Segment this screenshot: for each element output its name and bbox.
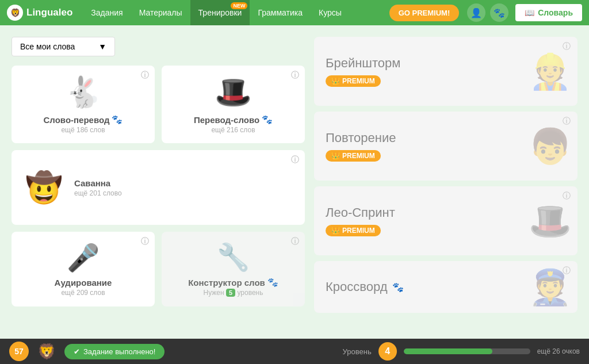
nav-materialy[interactable]: Материалы (131, 0, 190, 25)
premium-badge-povtorenie: 👑 PREMIUM (326, 150, 381, 162)
right-card-breinshtorm[interactable]: ⓘ Брейншторм 👑 PREMIUM 👷 (314, 37, 577, 106)
illus-krossvord: 👮 (529, 267, 572, 308)
illus-breinshtorm: 👷 (529, 51, 572, 92)
card-subtitle-perevod-slovo: ещё 216 слов (211, 126, 255, 134)
info-icon[interactable]: ⓘ (291, 70, 299, 81)
level-label: Уровень (343, 347, 372, 356)
info-icon[interactable]: ⓘ (291, 155, 299, 165)
card-info-col-savanna: Саванна ещё 201 слово (74, 178, 122, 197)
current-level-circle: 4 (378, 342, 397, 361)
card-title-perevod-slovo: Перевод-слово 🐾 (194, 114, 273, 125)
right-card-krossvord[interactable]: ⓘ Кроссворд 🐾 👮 (314, 261, 577, 313)
go-premium-button[interactable]: GO PREMIUM! (389, 5, 460, 21)
nav-new-badge: NEW (231, 2, 247, 9)
card-title-slovo-perevod: Слово-перевод 🐾 (44, 114, 123, 125)
info-icon[interactable]: ⓘ (563, 116, 571, 127)
crown-icon: 👑 (331, 152, 340, 160)
card-subtitle-audirovanie: ещё 209 слов (61, 289, 105, 297)
card-slovo-perevod[interactable]: ⓘ 🐇 Слово-перевод 🐾 ещё 186 слов (12, 66, 155, 143)
checkmark-icon: ✔ (74, 347, 80, 356)
info-icon[interactable]: ⓘ (563, 191, 571, 201)
main-content: Все мои слова ▼ ⓘ 🐇 Слово-перевод 🐾 ещё … (0, 25, 589, 339)
progress-bar-fill (404, 348, 492, 354)
level-badge: 5 (226, 289, 235, 297)
paw-icon: 🐾 (267, 277, 278, 288)
info-icon[interactable]: ⓘ (291, 236, 299, 247)
card-title-audirovanie: Аудирование (55, 278, 112, 288)
card-icon-mic: 🎤 (67, 242, 100, 273)
card-perevod-slovo[interactable]: ⓘ 🎩 Перевод-слово 🐾 ещё 216 слов (162, 66, 305, 143)
nav-trenirovki[interactable]: Тренировки NEW (190, 0, 250, 25)
left-panel: Все мои слова ▼ ⓘ 🐇 Слово-перевод 🐾 ещё … (12, 37, 305, 327)
crown-icon: 👑 (331, 227, 340, 235)
right-card-povtorenie[interactable]: ⓘ Повторение 👑 PREMIUM 👦 (314, 112, 577, 181)
card-subtitle-slovo-perevod: ещё 186 слов (61, 126, 105, 134)
premium-badge-leo-sprint: 👑 PREMIUM (326, 225, 381, 236)
card-konstruktor[interactable]: ⓘ 🔧 Конструктор слов 🐾 Нужен 5 уровень (162, 232, 305, 306)
logo-text: Lingualeo (26, 7, 72, 18)
bottom-bar: 57 🦁 ✔ Задание выполнено! Уровень 4 ещё … (0, 339, 589, 364)
card-subtitle-savanna: ещё 201 слово (74, 189, 122, 197)
card-icon-hat: 🎩 (215, 75, 252, 110)
paw-icon: 🐾 (262, 114, 273, 125)
logo-icon: 🦁 (7, 5, 23, 21)
card-title-konstruktor: Конструктор слов 🐾 (188, 277, 278, 288)
crown-icon: 👑 (331, 77, 340, 85)
user-level-avatar: 57 (9, 342, 29, 361)
card-icon-konstruktor: 🔧 (217, 242, 250, 273)
slovar-button[interactable]: 📖 Словарь (515, 4, 582, 21)
card-savanna[interactable]: ⓘ 🤠 Саванна ещё 201 слово (12, 150, 305, 225)
nav-grammatika[interactable]: Грамматика (250, 0, 311, 25)
info-icon[interactable]: ⓘ (563, 41, 571, 52)
filter-select[interactable]: Все мои слова ▼ (12, 37, 115, 56)
right-card-title-krossvord: Кроссворд (326, 279, 388, 294)
user-icon-button[interactable]: 👤 (467, 3, 485, 22)
navbar: 🦁 Lingualeo Задания Материалы Тренировки… (0, 0, 589, 25)
premium-badge-breinshtorm: 👑 PREMIUM (326, 75, 381, 87)
card-icon-rabbit: 🐇 (64, 75, 102, 110)
card-icon-cowboy: 🤠 (25, 170, 63, 205)
info-icon[interactable]: ⓘ (141, 70, 149, 81)
card-subtitle-konstruktor: Нужен 5 уровень (204, 289, 263, 297)
paw-icon-button[interactable]: 🐾 (490, 3, 508, 22)
cards-grid: ⓘ 🐇 Слово-перевод 🐾 ещё 186 слов ⓘ 🎩 Пер… (12, 66, 305, 306)
nav-kursy[interactable]: Курсы (311, 0, 350, 25)
illus-leo-sprint: 🎩 (529, 201, 572, 242)
task-done-badge: ✔ Задание выполнено! (64, 344, 165, 359)
paw-icon: 🐾 (392, 282, 404, 293)
illus-povtorenie: 👦 (529, 126, 572, 167)
chevron-down-icon: ▼ (98, 42, 106, 51)
nav-zadaniya[interactable]: Задания (83, 0, 131, 25)
right-card-leo-sprint[interactable]: ⓘ Лео-Спринт 👑 PREMIUM 🎩 (314, 186, 577, 255)
paw-icon: 🐾 (112, 114, 123, 125)
filter-row: Все мои слова ▼ (12, 37, 305, 56)
logo[interactable]: 🦁 Lingualeo (7, 5, 72, 21)
book-icon: 📖 (525, 8, 534, 17)
xp-label: ещё 26 очков (537, 347, 580, 355)
card-audirovanie[interactable]: ⓘ 🎤 Аудирование ещё 209 слов (12, 232, 155, 306)
right-panel: ⓘ Брейншторм 👑 PREMIUM 👷 ⓘ Повторение 👑 … (314, 37, 577, 327)
progress-bar (404, 348, 530, 354)
lion-icon: 🦁 (36, 340, 58, 362)
info-icon[interactable]: ⓘ (141, 236, 149, 247)
card-title-savanna: Саванна (74, 178, 122, 188)
filter-label: Все мои слова (20, 42, 75, 51)
